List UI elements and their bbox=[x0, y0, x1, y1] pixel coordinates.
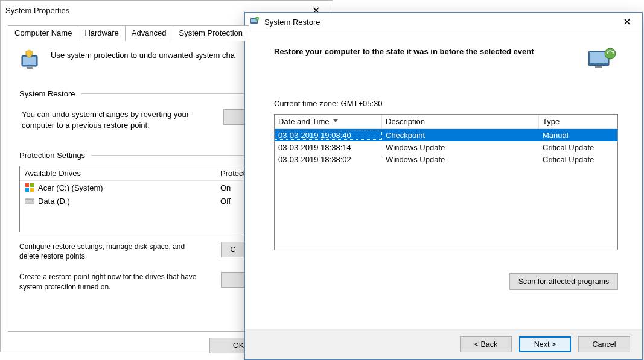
svg-point-8 bbox=[32, 201, 33, 202]
hdd-drive-icon bbox=[25, 196, 34, 206]
svg-rect-6 bbox=[30, 188, 34, 192]
svg-rect-14 bbox=[595, 66, 602, 68]
close-icon: ✕ bbox=[623, 16, 631, 28]
restore-point-row[interactable]: 03-03-2019 18:38:02Windows UpdateCritica… bbox=[275, 153, 617, 165]
timezone-label: Current time zone: GMT+05:30 bbox=[274, 99, 618, 108]
rp-type: Critical Update bbox=[539, 143, 617, 152]
restore-title-icon bbox=[250, 16, 260, 28]
svg-rect-5 bbox=[25, 188, 29, 192]
configure-description: Configure restore settings, manage disk … bbox=[19, 242, 206, 261]
rp-description: Windows Update bbox=[382, 143, 539, 152]
restore-close-button[interactable]: ✕ bbox=[614, 14, 640, 30]
restore-point-row[interactable]: 03-03-2019 18:38:14Windows UpdateCritica… bbox=[275, 141, 617, 153]
drive-name: Acer (C:) (System) bbox=[38, 183, 103, 192]
restore-heading: Restore your computer to the state it wa… bbox=[274, 46, 587, 56]
rp-date: 03-03-2019 19:08:40 bbox=[275, 131, 382, 140]
windows-drive-icon bbox=[25, 183, 34, 192]
group-system-restore-label: System Restore bbox=[19, 89, 75, 98]
restore-cancel-button[interactable]: Cancel bbox=[578, 336, 630, 352]
rp-type: Manual bbox=[539, 131, 617, 140]
rp-date: 03-03-2019 18:38:02 bbox=[275, 155, 382, 164]
svg-rect-2 bbox=[27, 67, 33, 69]
restore-monitor-globe-icon bbox=[587, 46, 618, 72]
back-button[interactable]: < Back bbox=[460, 336, 512, 352]
configure-button[interactable]: C bbox=[221, 242, 245, 257]
restore-footer: < Back Next > Cancel bbox=[245, 329, 642, 359]
restore-title: System Restore bbox=[264, 17, 610, 27]
rp-description: Windows Update bbox=[382, 155, 539, 164]
svg-rect-1 bbox=[23, 57, 36, 65]
restore-point-row[interactable]: 03-03-2019 19:08:40CheckpointManual bbox=[275, 129, 617, 141]
tab-system-protection[interactable]: System Protection bbox=[173, 25, 250, 41]
drives-table[interactable]: Available Drives Protection Acer (C:) (S… bbox=[19, 166, 280, 232]
col-available-drives[interactable]: Available Drives bbox=[25, 169, 220, 178]
tab-computer-name[interactable]: Computer Name bbox=[8, 25, 78, 41]
tab-hardware[interactable]: Hardware bbox=[78, 25, 125, 41]
restore-points-table[interactable]: Date and Time Description Type 03-03-201… bbox=[274, 114, 618, 250]
tab-advanced[interactable]: Advanced bbox=[125, 25, 173, 41]
rp-description: Checkpoint bbox=[382, 131, 539, 140]
next-button[interactable]: Next > bbox=[519, 336, 571, 352]
scan-affected-programs-button[interactable]: Scan for affected programs bbox=[509, 273, 618, 290]
rp-type: Critical Update bbox=[539, 155, 617, 164]
svg-rect-4 bbox=[30, 183, 34, 187]
system-restore-dialog: System Restore ✕ Restore your computer t… bbox=[244, 12, 643, 360]
col-description[interactable]: Description bbox=[382, 115, 539, 128]
shield-monitor-icon bbox=[19, 49, 43, 74]
group-protection-settings-label: Protection Settings bbox=[19, 151, 85, 160]
svg-point-15 bbox=[605, 48, 616, 59]
rp-date: 03-03-2019 18:38:14 bbox=[275, 143, 382, 152]
drive-row[interactable]: Acer (C:) (System) On bbox=[20, 181, 279, 194]
col-date-time[interactable]: Date and Time bbox=[275, 115, 382, 128]
restore-titlebar[interactable]: System Restore ✕ bbox=[245, 13, 642, 31]
svg-rect-3 bbox=[25, 183, 29, 187]
intro-text: Use system protection to undo unwanted s… bbox=[51, 49, 235, 60]
system-restore-description: You can undo system changes by reverting… bbox=[22, 109, 209, 130]
drive-name: Data (D:) bbox=[38, 197, 70, 206]
create-restore-point-button[interactable] bbox=[221, 272, 245, 288]
drive-row[interactable]: Data (D:) Off bbox=[20, 194, 279, 207]
create-restore-point-description: Create a restore point right now for the… bbox=[19, 272, 206, 291]
col-type[interactable]: Type bbox=[539, 115, 617, 128]
